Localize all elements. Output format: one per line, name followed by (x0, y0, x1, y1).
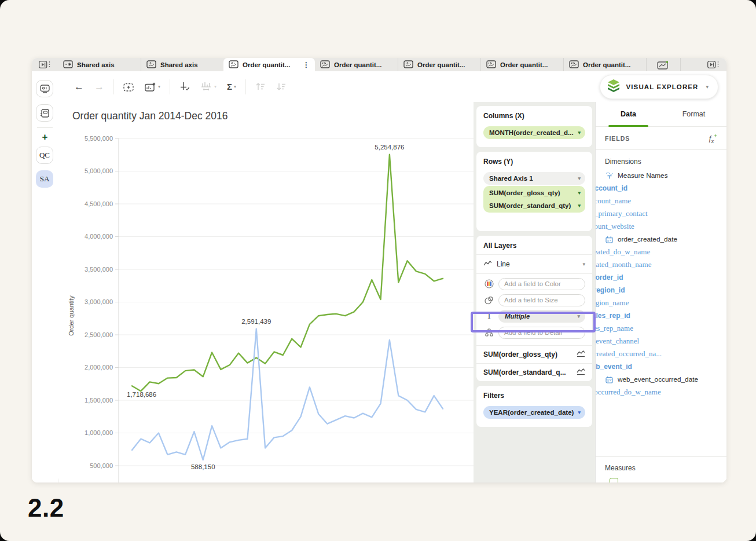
expand-tab-rail-left-icon[interactable] (32, 58, 58, 71)
tab-bar: Shared axisShared axisOrder quantit...⋮O… (32, 58, 726, 71)
tab-1[interactable]: Shared axis (141, 58, 223, 71)
line-mark-icon (483, 260, 492, 268)
layer-field-row-detail: Add a field to Detail (483, 324, 585, 341)
detail-drop-target[interactable]: Add a field to Detail (498, 327, 585, 339)
new-visualization-button[interactable] (646, 58, 681, 71)
tab-2-active[interactable]: Order quantit...⋮ (223, 58, 315, 71)
layer-measure-row-1[interactable]: SUM(order_standard_q... (476, 363, 592, 381)
field-web-event-occurred-date[interactable]: web_event_occurred_date (605, 373, 722, 386)
tab-4[interactable]: Order quantit... (398, 58, 480, 71)
field-region-id[interactable]: region_id (605, 284, 722, 297)
tab-3[interactable]: Order quantit... (315, 58, 398, 71)
create-calculated-field-icon[interactable]: fx+ (709, 133, 717, 144)
tab-menu-kebab-icon[interactable]: ⋮ (303, 61, 310, 69)
sort-descending-button[interactable] (276, 82, 287, 91)
rows-card: Rows (Y) Shared Axis 1▾ SUM(order_gloss_… (476, 152, 592, 231)
date-field-icon (605, 236, 614, 243)
field-Measure-Names[interactable]: Measure Names (605, 169, 722, 182)
chart-area: Order quantity Jan 2014-Dec 2016 500,000… (58, 102, 474, 482)
all-layers-card: All Layers Line ▾ Add a field to ColorAd… (476, 236, 592, 381)
swap-axes-button[interactable] (179, 82, 190, 92)
detail-icon (483, 328, 495, 337)
tab-format[interactable]: Format (661, 102, 726, 126)
aggregate-sigma-button[interactable]: Σ ▾ (227, 82, 236, 92)
tab-6[interactable]: Order quantit... (563, 58, 646, 71)
field-sales-rep-name[interactable]: sales_rep_name (605, 322, 722, 335)
tab-5[interactable]: Order quantit... (480, 58, 563, 71)
series-line-1[interactable] (132, 329, 443, 460)
text-dropdown[interactable]: Multiple▾ (498, 310, 585, 323)
field-account-id[interactable]: account_id (605, 182, 722, 195)
visual-explorer-menu-button[interactable]: VISUAL EXPLORER ▾ (600, 75, 718, 99)
shared-axis-pill[interactable]: Shared Axis 1▾ (483, 172, 585, 185)
field-order-created-month-name[interactable]: order_created_month_name (605, 258, 722, 271)
number-field-icon: order_id (605, 273, 614, 282)
columns-field-pill[interactable]: MONTH(order_created_d...▾ (483, 126, 585, 139)
chart-canvas[interactable]: 500,0001,000,0001,500,0002,000,0002,500,… (58, 132, 474, 482)
undo-button[interactable]: ← (74, 82, 84, 92)
tab-label: Order quantit... (500, 61, 558, 68)
add-chart-button[interactable] (123, 82, 134, 92)
field-web-event-occurred-do-w-name[interactable]: web_event_occurred_do_w_name (605, 386, 722, 399)
tab-data[interactable]: Data (596, 102, 661, 126)
data-annotation: 5,254,876 (375, 144, 404, 151)
rows-field-pill-gloss[interactable]: SUM(order_gloss_qty)▾ (483, 187, 585, 199)
data-panel-tabs: Data Format (596, 102, 726, 127)
filters-title: Filters (483, 392, 585, 400)
text-field-icon: order_created_do_w_name (605, 247, 614, 257)
field-account-website[interactable]: account_website (605, 220, 722, 233)
measure-names-field-icon (605, 171, 614, 180)
rows-field-pill-standard[interactable]: SUM(order_standard_qty)▾ (483, 199, 585, 212)
field-region-name[interactable]: region_name (605, 297, 722, 309)
tab-bar-spacer (681, 58, 700, 71)
starred-viz-icon (63, 60, 73, 70)
field-order-created-date[interactable]: order_created_date (605, 233, 722, 246)
remove-chart-button[interactable]: ▾ (145, 82, 160, 92)
mark-type-dropdown[interactable]: Line ▾ (483, 255, 585, 273)
notebook-icon[interactable] (36, 104, 53, 122)
tab-label: Order quantit... (334, 61, 392, 68)
svg-text:3,000,000: 3,000,000 (85, 298, 113, 305)
add-workbook-button[interactable]: + (32, 131, 58, 143)
text-field-icon: sales_rep_name (605, 324, 614, 333)
text-icon: T (483, 312, 495, 321)
color-icon (483, 279, 495, 288)
field-sales-rep-id[interactable]: sales_rep_id (605, 309, 722, 322)
svg-text:4,500,000: 4,500,000 (85, 200, 113, 207)
layer-measure-row-0[interactable]: SUM(order_gloss_qty) (476, 345, 592, 363)
size-drop-target[interactable]: Add a field to Size (498, 294, 585, 306)
number-field-icon: region_id (605, 286, 614, 294)
chevron-down-icon: ▾ (578, 410, 581, 415)
text-field-icon: account_name (605, 196, 614, 206)
field-order-id[interactable]: order_id (605, 271, 722, 284)
filter-pill[interactable]: YEAR(order_created_date)▾ (483, 406, 585, 419)
text-field-icon: web_event_occurred_do_w_name (605, 388, 614, 397)
series-line-0[interactable] (132, 155, 443, 392)
avatar-sa[interactable]: SA (36, 170, 53, 188)
redo-button[interactable]: → (94, 82, 104, 92)
page-frame: Shared axisShared axisOrder quantit...⋮O… (0, 0, 756, 541)
field-label: order_created_date (618, 235, 677, 243)
bar-width-button[interactable]: ▾ (201, 82, 216, 92)
fields-header: FIELDS (605, 135, 630, 142)
expand-tab-rail-right-icon[interactable] (700, 58, 726, 71)
field-account-primary-contact[interactable]: account_primary_contact (605, 207, 722, 220)
field-web-event-channel[interactable]: web_event_channel (605, 335, 722, 348)
chevron-down-icon: ▾ (706, 84, 709, 90)
rows-title: Rows (Y) (483, 158, 585, 166)
sort-ascending-button[interactable] (255, 82, 266, 91)
field-web-event-id[interactable]: web_event_id (605, 360, 722, 373)
color-drop-target[interactable]: Add a field to Color (498, 278, 585, 290)
tabs: Shared axisShared axisOrder quantit...⋮O… (58, 58, 646, 71)
field-account-name[interactable]: account_name (605, 195, 722, 207)
field-web-event-created-occurred-na-[interactable]: web_event_created_occurred_na... (605, 348, 722, 360)
page-label: 2.2 (28, 494, 64, 522)
presentation-icon[interactable] (36, 80, 53, 97)
svg-text:Order quantity: Order quantity (68, 295, 75, 336)
avatar-qc[interactable]: QC (36, 147, 53, 164)
rows-field-group: SUM(order_gloss_qty)▾ SUM(order_standard… (483, 186, 585, 213)
field-order-created-do-w-name[interactable]: order_created_do_w_name (605, 246, 722, 258)
line-mark-icon (577, 368, 585, 377)
tab-0[interactable]: Shared axis (58, 58, 141, 71)
columns-card: Columns (X) MONTH(order_created_d...▾ (476, 106, 592, 147)
